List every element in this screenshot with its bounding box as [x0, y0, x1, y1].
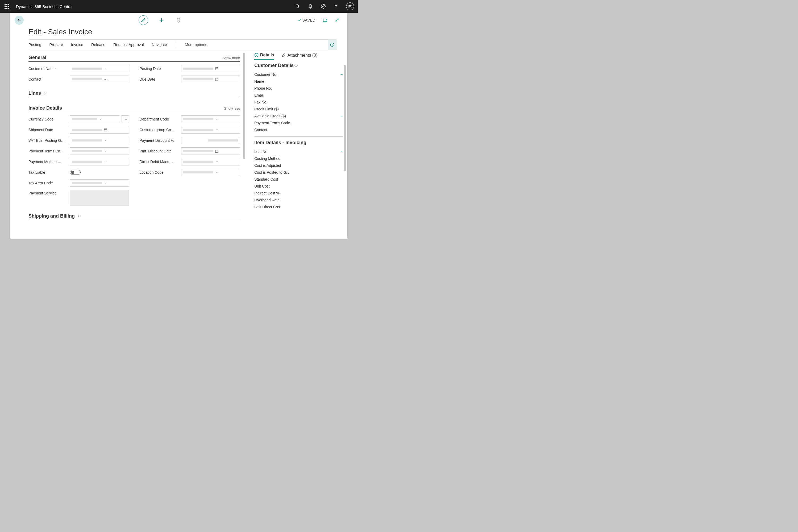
chevron-down-icon[interactable] — [102, 137, 109, 144]
action-prepare[interactable]: Prepare — [49, 42, 63, 47]
chevron-down-icon[interactable] — [213, 169, 220, 176]
delete-button[interactable] — [175, 17, 182, 24]
input-currency-code[interactable] — [70, 115, 120, 123]
input-shipment-date[interactable] — [70, 126, 129, 134]
chevron-down-icon[interactable] — [102, 179, 109, 187]
link-dash[interactable]: – — [341, 150, 343, 154]
edit-button[interactable] — [138, 15, 148, 25]
cd-customer-no: Customer No.– — [254, 71, 343, 78]
calendar-icon[interactable] — [102, 126, 109, 133]
field-vat-bus: VAT Bus. Posting G… — [28, 137, 129, 144]
factbox-tab-attachments[interactable]: Attachments (0) — [281, 53, 317, 60]
factbox-divider — [254, 136, 343, 137]
action-posting[interactable]: Posting — [28, 42, 41, 47]
link-dash[interactable]: – — [341, 72, 343, 77]
input-posting-date[interactable] — [181, 65, 240, 72]
main-scrollbar[interactable] — [243, 53, 245, 159]
cd-email: Email — [254, 92, 343, 99]
saved-label: SAVED — [302, 18, 316, 22]
link-dash[interactable]: – — [341, 114, 343, 118]
new-button[interactable] — [158, 17, 165, 24]
svg-line-9 — [336, 21, 337, 22]
factbox-customer-details-title[interactable]: Customer Details — [254, 63, 343, 68]
app-launcher-icon[interactable] — [3, 2, 11, 11]
chevron-down-icon[interactable] — [97, 116, 104, 122]
input-payment-service[interactable] — [70, 190, 129, 206]
field-tax-area: Tax Area Code — [28, 179, 129, 187]
action-request-approval[interactable]: Request Approval — [113, 42, 144, 47]
section-general: General Show more — [28, 55, 240, 62]
input-customer-name[interactable]: ⋯ — [70, 65, 129, 72]
label-pmt-discount-date: Pmt. Discount Date — [140, 149, 177, 153]
settings-icon[interactable] — [321, 4, 326, 9]
input-payment-terms[interactable] — [70, 147, 129, 155]
input-pmt-discount-date[interactable] — [181, 147, 240, 155]
calendar-icon[interactable] — [213, 65, 220, 72]
field-posting-date: Posting Date — [140, 65, 240, 72]
field-customer-name: Customer Name ⋯ — [28, 65, 129, 72]
input-contact[interactable]: ⋯ — [70, 76, 129, 83]
chevron-down-icon[interactable] — [102, 158, 109, 165]
popout-icon[interactable] — [322, 18, 328, 23]
factbox-toggle-icon[interactable] — [328, 40, 337, 50]
field-direct-debit: Direct Debit Mand… — [140, 158, 240, 166]
calendar-icon[interactable] — [213, 148, 220, 155]
field-payment-service: Payment Service — [28, 190, 129, 206]
section-general-title: General — [28, 55, 46, 60]
user-avatar[interactable]: BC — [346, 2, 354, 11]
ellipsis-icon[interactable]: ⋯ — [102, 65, 109, 72]
factbox-pane: Details Attachments (0) Customer Details… — [246, 50, 347, 239]
svg-line-1 — [298, 7, 300, 8]
section-shipping-billing[interactable]: Shipping and Billing — [28, 213, 240, 220]
factbox-tab-attachments-label: Attachments (0) — [287, 53, 317, 58]
field-tax-liable: Tax Liable — [28, 169, 129, 176]
input-payment-discount[interactable] — [181, 137, 240, 144]
chevron-down-icon — [294, 63, 298, 67]
help-icon[interactable] — [333, 4, 339, 9]
cd-contact: Contact — [254, 126, 343, 133]
factbox-tab-details[interactable]: Details — [254, 53, 274, 60]
input-due-date[interactable] — [181, 76, 240, 83]
action-navigate[interactable]: Navigate — [152, 42, 167, 47]
chevron-down-icon[interactable] — [213, 116, 220, 122]
factbox-item-details-title[interactable]: Item Details - Invoicing — [254, 140, 343, 146]
section-general-toggle[interactable]: Show more — [222, 56, 240, 60]
label-payment-method: Payment Method … — [28, 159, 66, 164]
action-release[interactable]: Release — [91, 42, 105, 47]
page-header: SAVED — [11, 13, 347, 28]
action-more-options[interactable]: More options — [185, 42, 207, 47]
label-location-code: Location Code — [140, 170, 177, 174]
section-lines-title: Lines — [28, 91, 45, 96]
label-due-date: Due Date — [140, 77, 177, 81]
input-tax-area[interactable] — [70, 179, 129, 187]
chevron-down-icon[interactable] — [213, 126, 220, 133]
search-icon[interactable] — [295, 4, 300, 9]
chevron-down-icon[interactable] — [213, 158, 220, 165]
notifications-icon[interactable] — [308, 4, 313, 9]
back-button[interactable] — [15, 16, 24, 25]
id-cost-posted: Cost is Posted to G/L — [254, 169, 343, 176]
input-direct-debit[interactable] — [181, 158, 240, 166]
toggle-tax-liable[interactable] — [70, 170, 81, 175]
section-invoice-details-toggle[interactable]: Show less — [224, 107, 240, 110]
currency-assist-button[interactable]: ⋯ — [121, 115, 129, 123]
factbox-scrollbar[interactable] — [344, 65, 346, 171]
input-payment-method[interactable] — [70, 158, 129, 166]
collapse-icon[interactable] — [335, 18, 340, 23]
chevron-down-icon[interactable] — [102, 148, 109, 155]
field-shipment-date: Shipment Date — [28, 126, 129, 134]
field-contact: Contact ⋯ — [28, 76, 129, 83]
calendar-icon[interactable] — [213, 76, 220, 83]
action-invoice[interactable]: Invoice — [71, 42, 83, 47]
page-title: Edit - Sales Invoice — [11, 28, 347, 39]
field-department-code: Department Code — [140, 115, 240, 123]
section-shipping-billing-title: Shipping and Billing — [28, 213, 78, 219]
svg-rect-13 — [215, 68, 218, 70]
input-location-code[interactable] — [181, 169, 240, 176]
input-department-code[interactable] — [181, 115, 240, 123]
input-vat-bus[interactable] — [70, 137, 129, 144]
label-tax-liable: Tax Liable — [28, 170, 66, 174]
input-customergroup[interactable] — [181, 126, 240, 134]
section-lines[interactable]: Lines — [28, 91, 240, 97]
ellipsis-icon[interactable]: ⋯ — [102, 76, 109, 83]
